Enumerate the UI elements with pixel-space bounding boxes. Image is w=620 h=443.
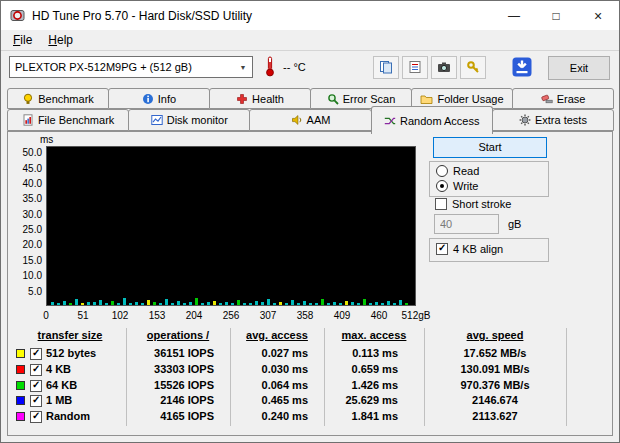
cell-operations: 2146 IOPS <box>126 394 214 406</box>
cell-avg-speed: 970.376 MB/s <box>424 379 566 391</box>
save-results-button[interactable] <box>509 55 535 80</box>
tab-label: Disk monitor <box>167 114 228 126</box>
tab-aam[interactable]: AAM <box>249 109 371 131</box>
aam-icon <box>291 114 303 126</box>
access-time-spike <box>195 298 198 305</box>
read-radio-icon[interactable] <box>436 165 448 177</box>
color-swatch <box>16 349 25 358</box>
access-time-spike <box>111 301 114 305</box>
tab-label: Erase <box>557 93 586 105</box>
screenshot-button[interactable] <box>431 56 457 79</box>
save-results-icon <box>512 57 532 79</box>
align-checkbox-row[interactable]: 4 KB align <box>436 243 503 255</box>
y-axis-label: 35.0 <box>10 193 42 204</box>
short-stroke-unit-label: gB <box>508 218 521 230</box>
x-axis-label: 307 <box>260 310 277 321</box>
row-checkbox[interactable] <box>30 395 42 407</box>
access-time-spike <box>69 303 72 305</box>
cell-transfer-size: 1 MB <box>46 394 126 406</box>
access-time-spike <box>369 303 372 305</box>
tab-label: Extra tests <box>535 114 587 126</box>
access-time-spike <box>399 300 402 305</box>
access-time-spike <box>321 299 324 305</box>
row-checkbox[interactable] <box>30 380 42 392</box>
tab-health[interactable]: Health <box>209 88 311 109</box>
cell-max-access: 1.841 ms <box>324 410 398 422</box>
short-stroke-checkbox-row[interactable]: Short stroke <box>435 198 511 210</box>
access-time-spike <box>357 303 360 305</box>
cell-operations: 15526 IOPS <box>126 379 214 391</box>
cell-max-access: 0.659 ms <box>324 363 398 375</box>
access-time-spike <box>87 302 90 305</box>
maximize-button[interactable]: □ <box>535 1 577 30</box>
registration-button[interactable] <box>460 56 486 79</box>
y-axis-label: 5.0 <box>10 286 42 297</box>
access-time-spike <box>273 303 276 305</box>
access-time-spike <box>123 298 126 305</box>
keys-icon <box>466 60 480 76</box>
align-group: 4 KB align <box>429 238 549 262</box>
copy-report-button[interactable] <box>402 56 428 79</box>
cell-avg-access: 0.465 ms <box>230 394 308 406</box>
copy-icon <box>379 60 393 76</box>
temperature-value: -- °C <box>283 61 306 73</box>
access-time-spike <box>231 303 234 305</box>
row-checkbox[interactable] <box>30 411 42 423</box>
error-scan-icon <box>327 93 339 105</box>
window-title: HD Tune Pro 5.70 - Hard Disk/SSD Utility <box>32 9 252 23</box>
cell-max-access: 0.113 ms <box>324 347 398 359</box>
thermometer-icon <box>264 55 276 79</box>
row-checkbox[interactable] <box>30 364 42 376</box>
radio-read[interactable]: Read <box>436 165 479 177</box>
minimize-button[interactable]: — <box>493 1 535 30</box>
cell-avg-access: 0.240 ms <box>230 410 308 422</box>
row-checkbox[interactable] <box>30 348 42 360</box>
cell-transfer-size: 4 KB <box>46 363 126 375</box>
access-time-spike <box>177 301 180 305</box>
color-swatch <box>16 365 25 374</box>
access-time-spike <box>51 302 54 305</box>
access-time-spike <box>105 303 108 305</box>
start-button[interactable]: Start <box>433 137 547 158</box>
exit-button[interactable]: Exit <box>548 56 610 80</box>
menu-help[interactable]: Help <box>40 31 81 49</box>
camera-icon <box>437 60 451 76</box>
access-time-spike <box>99 300 102 305</box>
benchmark-icon <box>22 93 34 105</box>
access-time-spike <box>405 303 408 305</box>
tab-benchmark[interactable]: Benchmark <box>7 88 109 109</box>
cell-transfer-size: 512 bytes <box>46 347 126 359</box>
drive-select-value: PLEXTOR PX-512M9PG + (512 gB) <box>10 61 234 73</box>
tab-random-access[interactable]: Random Access <box>371 106 493 134</box>
access-time-spike <box>363 299 366 305</box>
y-axis-unit-label: ms <box>40 134 53 145</box>
tab-info[interactable]: Info <box>108 88 210 109</box>
titlebar: HD Tune Pro 5.70 - Hard Disk/SSD Utility… <box>1 1 619 30</box>
menubar: FileHelp <box>1 30 619 51</box>
column-header: max. access <box>324 329 424 341</box>
align-checkbox[interactable] <box>436 243 448 255</box>
drive-select[interactable]: PLEXTOR PX-512M9PG + (512 gB) ▼ <box>9 56 253 78</box>
write-radio-icon[interactable] <box>436 180 448 192</box>
cell-operations: 36151 IOPS <box>126 347 214 359</box>
access-time-spike <box>375 302 378 305</box>
tab-disk-monitor[interactable]: Disk monitor <box>128 109 250 131</box>
access-time-spike <box>249 303 252 305</box>
copy-to-clipboard-button[interactable] <box>373 56 399 79</box>
tab-erase[interactable]: Erase <box>512 88 614 109</box>
tab-extra-tests[interactable]: Extra tests <box>492 109 614 131</box>
close-button[interactable]: × <box>577 1 619 30</box>
table-row: 512 bytes36151 IOPS0.027 ms0.113 ms17.65… <box>8 347 612 361</box>
menu-file[interactable]: File <box>5 31 40 49</box>
radio-write[interactable]: Write <box>436 180 478 192</box>
access-time-spike <box>129 303 132 305</box>
short-stroke-size-input[interactable] <box>434 214 499 234</box>
disk-monitor-icon <box>151 114 163 126</box>
access-time-spike <box>75 299 78 305</box>
access-time-spike <box>57 303 60 305</box>
short-stroke-checkbox[interactable] <box>435 198 447 210</box>
cell-operations: 33303 IOPS <box>126 363 214 375</box>
tab-file-benchmark[interactable]: File Benchmark <box>7 109 129 131</box>
app-icon <box>10 8 25 23</box>
cell-operations: 4165 IOPS <box>126 410 214 422</box>
